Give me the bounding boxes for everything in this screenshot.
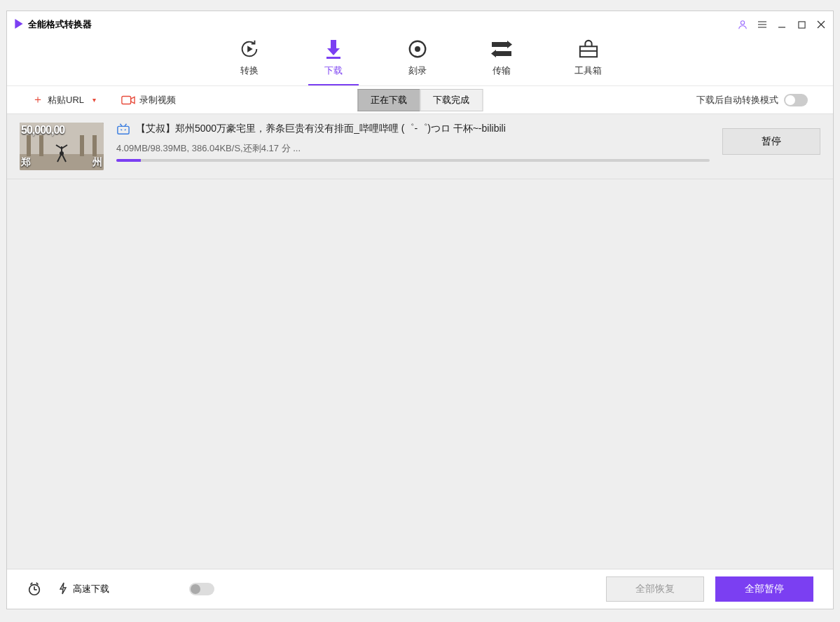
thumb-overlay-text: 50,000,00 — [21, 124, 64, 137]
svg-marker-0 — [15, 19, 22, 29]
paste-url-label: 粘贴URL — [48, 94, 84, 106]
paste-url-button[interactable]: ＋ 粘贴URL ▾ — [32, 92, 96, 107]
high-speed-toggle[interactable] — [189, 583, 214, 595]
burn-icon — [406, 38, 429, 60]
close-icon[interactable] — [816, 20, 826, 29]
bolt-icon — [59, 582, 67, 597]
nav-label: 转换 — [240, 64, 259, 77]
svg-rect-17 — [496, 51, 511, 56]
nav-label: 刻录 — [408, 64, 427, 77]
toolbar: ＋ 粘贴URL ▾ 录制视频 正在下载 下载完成 下载后自动转换模式 — [7, 86, 833, 114]
svg-marker-16 — [507, 41, 512, 48]
thumb-overlay-text: 郑 — [21, 156, 31, 169]
svg-marker-11 — [327, 48, 340, 55]
camera-icon — [121, 95, 135, 105]
plus-icon: ＋ — [32, 92, 43, 107]
svg-rect-12 — [326, 57, 340, 59]
svg-rect-28 — [92, 135, 97, 156]
nav-label: 传输 — [493, 64, 511, 77]
nav-transfer[interactable]: 传输 — [476, 38, 527, 77]
download-stats: 4.09MB/98.39MB, 386.04KB/S,还剩4.17 分 ... — [116, 142, 710, 155]
svg-rect-15 — [492, 42, 507, 47]
nav-label: 下载 — [324, 64, 343, 77]
svg-rect-6 — [798, 21, 804, 27]
nav-burn[interactable]: 刻录 — [392, 38, 443, 77]
maximize-icon[interactable] — [797, 20, 806, 29]
svg-marker-22 — [131, 97, 135, 103]
footer: 高速下载 全部恢复 全部暂停 — [7, 569, 833, 609]
app-title: 全能格式转换器 — [28, 18, 92, 31]
schedule-icon[interactable] — [27, 581, 42, 597]
video-thumbnail: 50,000,00 郑 州 — [20, 123, 104, 170]
convert-icon — [238, 38, 261, 60]
title-bar: 全能格式转换器 — [7, 11, 833, 38]
svg-point-1 — [741, 21, 744, 25]
svg-marker-9 — [247, 46, 253, 52]
svg-rect-27 — [80, 135, 84, 156]
main-nav: 转换 下载 刻录 传输 工具箱 — [7, 38, 833, 86]
record-video-button[interactable]: 录制视频 — [121, 94, 176, 106]
high-speed-label: 高速下载 — [59, 582, 109, 597]
tab-downloading[interactable]: 正在下载 — [357, 89, 420, 111]
svg-rect-25 — [27, 135, 31, 156]
svg-rect-26 — [39, 135, 43, 156]
svg-line-38 — [121, 130, 122, 130]
speed-text: 高速下载 — [73, 583, 109, 595]
bilibili-icon — [116, 123, 130, 135]
auto-convert-toggle[interactable] — [784, 94, 808, 106]
restore-all-button[interactable]: 全部恢复 — [606, 576, 704, 602]
download-list: 50,000,00 郑 州 【艾叔】郑州5000万豪宅里，养条巨贵有没有排面_哔… — [7, 114, 833, 569]
toolbox-icon — [577, 38, 600, 60]
nav-convert[interactable]: 转换 — [224, 38, 275, 77]
svg-marker-18 — [491, 50, 496, 57]
svg-line-44 — [36, 583, 39, 585]
download-icon — [322, 38, 345, 60]
nav-download[interactable]: 下载 — [308, 38, 359, 77]
auto-convert-label: 下载后自动转换模式 — [696, 94, 778, 106]
progress-bar-fill — [116, 159, 141, 162]
app-logo-icon — [14, 18, 24, 32]
record-video-label: 录制视频 — [139, 94, 176, 106]
chevron-down-icon: ▾ — [92, 96, 96, 104]
download-title: 【艾叔】郑州5000万豪宅里，养条巨贵有没有排面_哔哩哔哩 (゜-゜)つロ 干杯… — [136, 123, 506, 135]
tab-done[interactable]: 下载完成 — [420, 89, 483, 111]
svg-point-14 — [415, 47, 420, 51]
download-status-tabs: 正在下载 下载完成 — [357, 89, 483, 111]
svg-rect-21 — [122, 96, 131, 104]
svg-line-39 — [125, 130, 126, 130]
nav-toolbox[interactable]: 工具箱 — [560, 38, 616, 77]
progress-bar-track — [116, 159, 710, 162]
svg-rect-24 — [20, 154, 104, 170]
minimize-icon[interactable] — [777, 20, 787, 29]
svg-marker-45 — [60, 583, 66, 594]
download-info: 【艾叔】郑州5000万豪宅里，养条巨贵有没有排面_哔哩哔哩 (゜-゜)つロ 干杯… — [116, 123, 710, 162]
thumb-overlay-text: 州 — [92, 156, 102, 169]
download-item: 50,000,00 郑 州 【艾叔】郑州5000万豪宅里，养条巨贵有没有排面_哔… — [7, 114, 833, 179]
pause-button[interactable]: 暂停 — [722, 128, 820, 155]
menu-icon[interactable] — [757, 20, 767, 29]
pause-all-button[interactable]: 全部暂停 — [715, 576, 813, 602]
nav-label: 工具箱 — [574, 64, 602, 77]
transfer-icon — [490, 38, 513, 60]
app-window: 全能格式转换器 转换 — [6, 11, 834, 609]
user-icon[interactable] — [738, 20, 748, 29]
svg-rect-10 — [331, 40, 336, 48]
svg-line-43 — [31, 583, 33, 585]
svg-rect-35 — [118, 126, 129, 134]
